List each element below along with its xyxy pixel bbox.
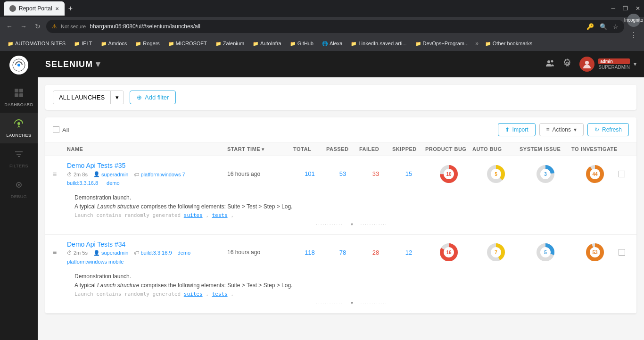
total-35[interactable]: 101 <box>293 170 326 177</box>
launches-icon <box>14 118 24 131</box>
all-launches-btn[interactable]: ALL LAUNCHES <box>53 91 111 104</box>
profile-btn[interactable]: Incognito <box>627 14 640 27</box>
suites-link-34[interactable]: suites <box>184 291 203 297</box>
svg-point-12 <box>547 60 550 63</box>
bookmark-amdocs[interactable]: 📁 Amdocs <box>97 39 131 48</box>
row-checkbox-34[interactable] <box>619 249 625 256</box>
to-investigate-donut-34[interactable]: 53 <box>571 243 619 262</box>
failed-34[interactable]: 28 <box>359 249 392 256</box>
launch-menu-icon[interactable]: ≡ <box>53 170 67 178</box>
top-bar-actions: admin SUPERADMIN ▾ <box>545 57 636 72</box>
bookmark-github[interactable]: 📁 GitHub <box>286 39 317 48</box>
launch-filter-dropdown-btn[interactable]: ▾ <box>111 91 124 104</box>
checkbox-icon[interactable] <box>53 126 59 133</box>
bookmark-folder-icon: 📁 <box>215 41 221 46</box>
username-label: SUPERADMIN <box>598 65 630 70</box>
col-passed: PASSED <box>326 146 359 152</box>
table-toolbar: All ⬆ Import ≡ Actions ▾ ↻ Refresh <box>45 117 636 142</box>
refresh-btn[interactable]: ↻ Refresh <box>587 123 629 136</box>
bookmark-devops[interactable]: 📁 DevOps+Program... <box>412 39 473 48</box>
tests-link-34[interactable]: tests <box>212 291 227 297</box>
launch-name-cell-34: Demo Api Tests #34 ⏱ 2m 5s 👤 superadmin … <box>67 240 227 265</box>
skipped-34[interactable]: 12 <box>392 249 425 256</box>
tab-close-btn[interactable]: ✕ <box>55 6 59 11</box>
reload-btn[interactable]: ↻ <box>32 21 43 32</box>
more-bookmarks-icon[interactable]: » <box>473 40 480 47</box>
user-icon-small: 👤 <box>93 171 100 177</box>
launch-menu-icon-34[interactable]: ≡ <box>53 249 67 256</box>
launch-row-main-34: ≡ Demo Api Tests #34 ⏱ 2m 5s 👤 superadmi… <box>53 240 629 265</box>
col-total: TOTAL <box>293 146 326 152</box>
import-btn[interactable]: ⬆ Import <box>498 123 536 136</box>
expand-arrow-35[interactable]: ▾ <box>351 222 353 227</box>
to-investigate-donut-35[interactable]: 44 <box>571 165 619 183</box>
minimize-btn[interactable]: ─ <box>611 5 615 12</box>
bookmark-zalenium[interactable]: 📁 Zalenium <box>212 39 248 48</box>
system-issue-donut-34[interactable]: 5 <box>520 243 571 262</box>
users-icon[interactable] <box>545 58 555 70</box>
tests-link[interactable]: tests <box>212 212 227 218</box>
back-btn[interactable]: ← <box>4 21 15 32</box>
project-name[interactable]: SELENIUM ▾ <box>45 59 100 69</box>
active-tab[interactable]: Report Portal ✕ <box>4 1 65 16</box>
bookmark-alexa[interactable]: 🌐 Alexa <box>318 39 347 48</box>
close-btn[interactable]: ✕ <box>636 5 640 12</box>
table-headers: NAME START TIME ▾ TOTAL PASSED FAILED SK… <box>45 142 636 156</box>
product-bug-donut-34[interactable]: 16 <box>425 243 472 262</box>
expand-row-34: ············ ▾ ············ <box>74 299 629 307</box>
clock-icon: ⏱ <box>67 172 72 177</box>
bookmark-folder-icon: 📁 <box>485 41 491 46</box>
refresh-icon: ↻ <box>594 126 599 133</box>
add-filter-btn[interactable]: ⊕ Add filter <box>130 91 176 104</box>
sidebar-item-debug[interactable]: DEBUG <box>0 174 38 205</box>
auto-bug-donut-34[interactable]: 7 <box>472 243 520 262</box>
col-start-time[interactable]: START TIME ▾ <box>227 146 293 152</box>
product-bug-label-35: 10 <box>446 171 451 176</box>
bookmark-folder-icon: 📁 <box>8 41 13 46</box>
auto-bug-donut-35[interactable]: 5 <box>472 165 520 183</box>
total-34[interactable]: 118 <box>293 249 326 256</box>
launch-name-link-34[interactable]: Demo Api Tests #34 <box>67 240 227 248</box>
bookmark-folder-icon: 📁 <box>168 41 174 46</box>
tag-icon-34: 🏷 <box>134 250 139 256</box>
new-tab-btn[interactable]: + <box>66 2 74 15</box>
user-avatar <box>579 57 594 72</box>
passed-35[interactable]: 53 <box>326 170 359 177</box>
sidebar-item-dashboard[interactable]: DASHBOARD <box>0 82 38 113</box>
failed-35[interactable]: 33 <box>359 170 392 177</box>
bookmark-folder-icon: 📁 <box>135 41 141 46</box>
bookmark-autoinfra[interactable]: 📁 AutoInfra <box>249 39 285 48</box>
suites-link[interactable]: suites <box>184 212 203 218</box>
bookmark-ielt[interactable]: 📁 IELT <box>70 39 96 48</box>
sidebar-item-filters[interactable]: FILTERS <box>0 143 38 174</box>
product-bug-donut-35[interactable]: 10 <box>425 165 472 183</box>
address-bar[interactable]: ⚠ Not secure bhargamu05:8080/ui/#seleniu… <box>46 20 624 33</box>
system-issue-donut-35[interactable]: 3 <box>520 165 571 183</box>
user-info: admin SUPERADMIN <box>598 58 630 70</box>
select-all-checkbox[interactable]: All <box>53 126 69 133</box>
bookmark-rogers[interactable]: 📁 Rogers <box>132 39 163 48</box>
user-dropdown-icon[interactable]: ▾ <box>634 61 636 67</box>
settings-icon[interactable] <box>562 58 572 70</box>
bookmark-other[interactable]: 📁 Other bookmarks <box>481 39 536 48</box>
col-failed: FAILED <box>359 146 392 152</box>
maximize-btn[interactable]: ❒ <box>623 5 628 12</box>
bookmark-microsoft[interactable]: 📁 MICROSOFT <box>165 39 211 48</box>
tag-meta-34: 🏷 build:3.3.16.9 <box>134 250 172 256</box>
row-checkbox-35[interactable] <box>619 171 625 177</box>
user-role-badge: admin <box>598 58 630 64</box>
app-logo[interactable] <box>9 56 28 75</box>
actions-btn[interactable]: ≡ Actions ▾ <box>539 123 584 136</box>
star-icon[interactable]: ☆ <box>613 23 619 30</box>
search-icon[interactable]: 🔍 <box>600 23 607 30</box>
sidebar-item-launches[interactable]: LAUNCHES <box>0 113 38 143</box>
skipped-35[interactable]: 15 <box>392 170 425 177</box>
bookmark-linkedin[interactable]: 📁 LinkedIn-saved arti... <box>347 39 410 48</box>
forward-btn[interactable]: → <box>18 21 29 32</box>
bookmark-automation[interactable]: 📁 AUTOMATION SITES <box>4 39 69 48</box>
user-meta-35: 👤 superadmin <box>93 171 128 177</box>
browser-menu-btn[interactable]: ⋮ <box>630 31 637 40</box>
launch-name-link-35[interactable]: Demo Api Tests #35 <box>67 162 227 169</box>
passed-34[interactable]: 78 <box>326 249 359 256</box>
expand-arrow-34[interactable]: ▾ <box>351 300 353 306</box>
